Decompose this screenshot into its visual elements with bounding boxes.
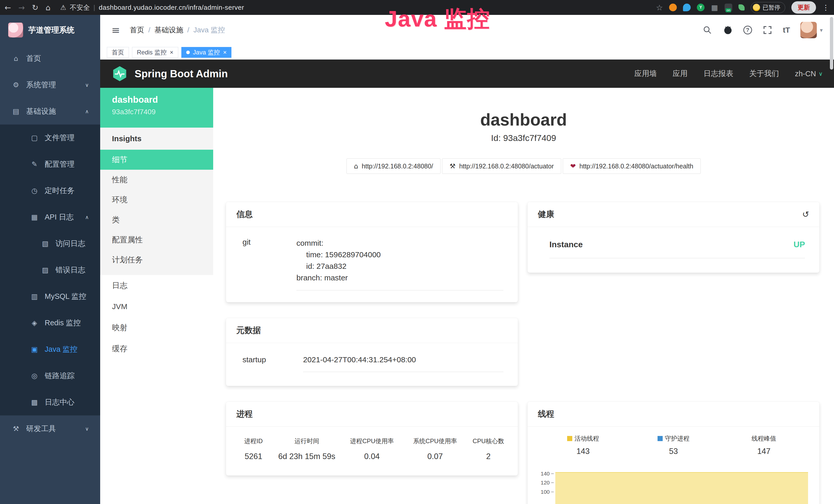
sidebar-item-label: 链路追踪: [45, 371, 74, 381]
chevron-up-icon: ∧: [85, 214, 89, 220]
sidebar-item-config-management[interactable]: ✎ 配置管理: [0, 151, 100, 177]
legend-live-threads: 活动线程 143: [538, 434, 628, 456]
sidebar-item-api-log[interactable]: ▦ API 日志 ∧: [0, 204, 100, 230]
sidebar-item-tracing[interactable]: ◎ 链路追踪: [0, 363, 100, 389]
forward-icon[interactable]: →: [18, 3, 25, 12]
sba-nav-applications[interactable]: 应用: [673, 69, 687, 79]
chrome-menu-icon[interactable]: ⋮: [822, 3, 829, 12]
sidebar-collapse-icon[interactable]: ≡: [111, 24, 120, 36]
sidebar-item-label: 访问日志: [56, 238, 85, 249]
extension-icon-leaf[interactable]: [739, 4, 745, 10]
live-threads-area: [555, 472, 808, 504]
sba-item-mappings[interactable]: 映射: [100, 317, 213, 338]
system-cpu: 0.07: [403, 452, 467, 461]
process-card-title: 进程: [236, 409, 253, 420]
tab-java-monitor[interactable]: Java 监控 ×: [181, 47, 232, 58]
sba-item-logs[interactable]: 日志: [100, 275, 213, 296]
user-menu[interactable]: ▾: [800, 22, 823, 38]
sba-item-metrics[interactable]: 性能: [100, 170, 213, 190]
extension-icon-fox[interactable]: [669, 4, 677, 11]
address-bar[interactable]: ⚠ 不安全 | dashboard.yudao.iocoder.cn/infra…: [60, 3, 244, 12]
info-card-title: 信息: [236, 209, 253, 220]
ytick-140: 140: [538, 471, 550, 477]
sba-sidebar: dashboard 93a3fc7f7409 Insights 细节 性能 环境…: [100, 88, 213, 504]
health-card-title: 健康: [538, 209, 554, 220]
sba-nav-about[interactable]: 关于我们: [749, 69, 779, 79]
sba-nav-journal[interactable]: 日志报表: [704, 69, 733, 79]
sidebar-item-label: 配置管理: [45, 159, 74, 169]
breadcrumb-home[interactable]: 首页: [130, 25, 144, 35]
sidebar-item-redis-monitor[interactable]: ◈ Redis 监控: [0, 310, 100, 336]
search-icon[interactable]: [702, 25, 712, 35]
sidebar-item-log-center[interactable]: ▩ 日志中心: [0, 389, 100, 415]
metadata-card-title: 元数据: [236, 325, 261, 336]
legend-label: 守护进程: [665, 434, 690, 443]
sidebar-item-home[interactable]: ⌂ 首页: [0, 45, 100, 72]
sba-item-environment[interactable]: 环境: [100, 190, 213, 210]
security-label[interactable]: 不安全: [70, 3, 90, 12]
sba-item-details[interactable]: 细节: [100, 150, 213, 170]
sba-item-config-props[interactable]: 配置属性: [100, 230, 213, 250]
help-icon[interactable]: ?: [743, 26, 752, 35]
legend-label: 活动线程: [575, 434, 599, 443]
locale-selector[interactable]: zh-CN ∨: [795, 70, 823, 78]
sidebar-item-label: 文件管理: [45, 133, 74, 143]
extension-icon-y[interactable]: Y: [697, 4, 705, 11]
sba-item-classes[interactable]: 类: [100, 210, 213, 230]
process-header: 运行时间: [273, 437, 340, 445]
sidebar-item-devtools[interactable]: ⚒ 研发工具 ∨: [0, 415, 100, 442]
browser-home-icon[interactable]: ⌂: [45, 3, 50, 12]
sba-brand-title[interactable]: Spring Boot Admin: [135, 68, 228, 79]
sba-item-scheduled-tasks[interactable]: 计划任务: [100, 250, 213, 270]
breadcrumb-current: Java 监控: [193, 25, 225, 35]
extension-icon-grid[interactable]: ▦: [711, 4, 719, 11]
sidebar-item-infrastructure[interactable]: ▤ 基础设施 ∧: [0, 98, 100, 124]
sidebar-item-access-log[interactable]: ▧ 访问日志: [0, 230, 100, 257]
health-card: 健康 ↺ Instance UP: [528, 202, 819, 273]
sba-nav: 应用墙 应用 日志报表 关于我们 zh-CN ∨: [634, 69, 823, 79]
cpu-cores: 2: [467, 452, 510, 461]
sidebar-item-java-monitor[interactable]: ▣ Java 监控: [0, 336, 100, 363]
process-header: CPU核心数: [467, 437, 510, 445]
instance-header[interactable]: dashboard 93a3fc7f7409: [100, 88, 213, 128]
config-icon: ✎: [30, 160, 39, 168]
reload-icon[interactable]: ↻: [32, 3, 38, 12]
bookmark-star-icon[interactable]: ☆: [656, 3, 663, 12]
sidebar-item-scheduled-tasks[interactable]: ◷ 定时任务: [0, 177, 100, 204]
sidebar-item-system[interactable]: ⚙ 系统管理 ∨: [0, 72, 100, 98]
sba-item-jvm[interactable]: JVM: [100, 296, 213, 317]
history-icon[interactable]: ↺: [802, 209, 809, 219]
service-url-link[interactable]: ⌂ http://192.168.0.2:48080/: [347, 158, 441, 174]
close-icon[interactable]: ×: [170, 49, 173, 56]
sidebar-item-file-management[interactable]: ▢ 文件管理: [0, 124, 100, 151]
tab-redis-monitor[interactable]: Redis 监控 ×: [132, 47, 178, 58]
chevron-down-icon: ▾: [820, 27, 823, 33]
fullscreen-icon[interactable]: [762, 25, 773, 35]
extension-icon-switch[interactable]: on: [725, 4, 732, 11]
sba-nav-wallboard[interactable]: 应用墙: [634, 69, 657, 79]
sidebar-item-label: 系统管理: [26, 80, 56, 90]
sidebar-item-error-log[interactable]: ▨ 错误日志: [0, 257, 100, 283]
tab-label: Redis 监控: [137, 48, 167, 56]
ytick-100: 100: [538, 489, 550, 495]
threads-card-title: 线程: [538, 409, 554, 420]
chevron-down-icon: ∨: [85, 82, 89, 88]
browser-profile-button[interactable]: 已暂停: [751, 2, 785, 13]
tab-home[interactable]: 首页: [107, 47, 129, 58]
sba-item-caches[interactable]: 缓存: [100, 338, 213, 359]
back-icon[interactable]: ←: [5, 3, 11, 12]
chrome-update-button[interactable]: 更新: [791, 1, 816, 14]
extension-icon-drop[interactable]: [683, 4, 691, 11]
close-icon[interactable]: ×: [223, 49, 226, 56]
scrollbar-thumb[interactable]: [830, 17, 833, 70]
github-icon[interactable]: [723, 25, 733, 35]
health-url-link[interactable]: ❤ http://192.168.0.2:48080/actuator/heal…: [563, 158, 701, 174]
url-text[interactable]: dashboard.yudao.iocoder.cn/infra/admin-s…: [99, 4, 244, 12]
actuator-url-link[interactable]: ⚒ http://192.168.0.2:48080/actuator: [442, 158, 561, 174]
health-instance-label: Instance: [549, 240, 583, 249]
font-size-icon[interactable]: tT: [783, 26, 790, 35]
sidebar-item-mysql-monitor[interactable]: ▥ MySQL 监控: [0, 283, 100, 310]
git-id-line: id: 27aa832: [297, 260, 503, 272]
app-logo-row[interactable]: 芋道管理系统: [0, 15, 100, 45]
breadcrumb-infrastructure[interactable]: 基础设施: [154, 25, 183, 35]
